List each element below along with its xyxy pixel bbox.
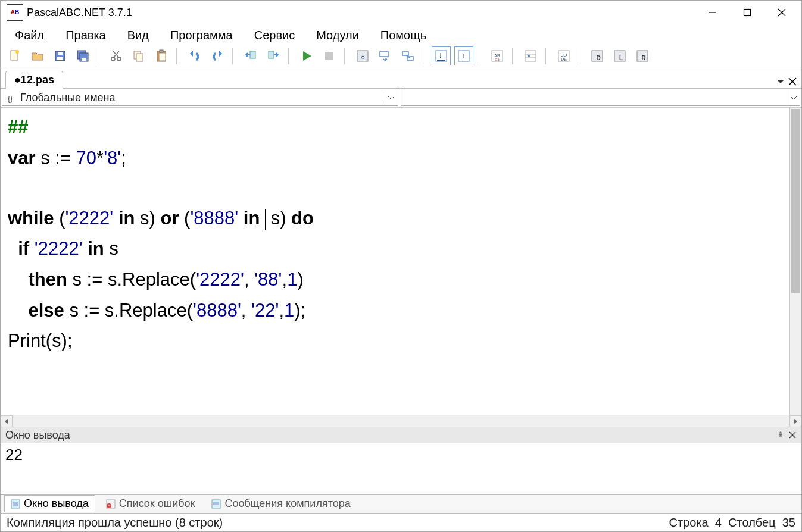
menu-view[interactable]: Вид	[124, 27, 152, 43]
svg-text:R: R	[641, 55, 646, 61]
svg-rect-35	[525, 51, 536, 61]
svg-rect-38	[528, 55, 530, 57]
open-file-button[interactable]	[28, 46, 47, 65]
bottom-tabs: Окно вывода Список ошибок Сообщения комп…	[1, 495, 801, 514]
paste-button[interactable]	[152, 46, 171, 65]
maximize-button[interactable]	[730, 1, 764, 24]
step-over-button[interactable]	[398, 46, 417, 65]
designer-d-button[interactable]: D	[588, 46, 607, 65]
minimize-button[interactable]	[695, 1, 730, 24]
cursor-position: Строка 4 Столбец 35	[669, 516, 795, 530]
scroll-left-icon[interactable]	[1, 415, 13, 427]
designer-l-button[interactable]: L	[610, 46, 629, 65]
app-icon: AB	[7, 4, 23, 21]
tab-compiler-messages[interactable]: Сообщения компилятора	[205, 496, 356, 512]
toggle-panel-2-button[interactable]: I	[454, 46, 473, 65]
svg-rect-8	[58, 52, 63, 55]
menu-bar: Файл Правка Вид Программа Сервис Модули …	[1, 24, 801, 43]
scope-dropdown[interactable]: {} Глобальные имена	[2, 90, 398, 106]
menu-file[interactable]: Файл	[11, 27, 48, 43]
svg-rect-1	[744, 10, 751, 16]
close-panel-icon[interactable]	[788, 431, 797, 439]
tab-menu-icon[interactable]	[776, 77, 785, 86]
new-file-button[interactable]	[5, 46, 24, 65]
toggle-panel-1-button[interactable]	[432, 46, 451, 65]
save-all-button[interactable]	[73, 46, 92, 65]
format-code-button[interactable]: ABC‡	[488, 46, 507, 65]
tab-output[interactable]: Окно вывода	[4, 495, 95, 512]
code-editor[interactable]: ## var s := 70*'8'; while ('2222' in s) …	[1, 108, 801, 415]
file-tab-strip: ●12.pas	[1, 68, 801, 89]
menu-help[interactable]: Помощь	[377, 27, 430, 43]
svg-text:C‡: C‡	[495, 58, 500, 61]
code-view-button[interactable]: CODE	[554, 46, 573, 65]
copy-button[interactable]	[129, 46, 148, 65]
error-list-icon	[106, 499, 116, 509]
editor-wrap: ## var s := 70*'8'; while ('2222' in s) …	[1, 108, 801, 427]
redo-button[interactable]	[208, 46, 227, 65]
vertical-scrollbar[interactable]	[789, 108, 801, 415]
chevron-down-icon[interactable]	[787, 90, 800, 105]
output-title: Окно вывода	[5, 429, 70, 442]
svg-text:{}: {}	[8, 94, 13, 103]
pin-icon[interactable]	[776, 431, 785, 439]
svg-text:D: D	[596, 55, 600, 61]
svg-text:CO: CO	[561, 53, 567, 57]
svg-rect-17	[136, 54, 143, 61]
svg-rect-23	[325, 52, 333, 60]
member-dropdown[interactable]	[401, 90, 800, 106]
svg-text:I: I	[463, 52, 464, 60]
svg-rect-26	[380, 52, 388, 57]
nav-row: {} Глобальные имена	[1, 89, 801, 108]
svg-text:⚙: ⚙	[361, 55, 365, 60]
designer-r-button[interactable]: R	[633, 46, 652, 65]
svg-point-5	[15, 50, 19, 54]
svg-text:L: L	[619, 55, 623, 61]
output-panel[interactable]: 22	[1, 443, 801, 495]
menu-program[interactable]: Программа	[167, 27, 236, 43]
horizontal-scrollbar[interactable]	[1, 415, 801, 427]
svg-text:AB: AB	[494, 54, 500, 58]
svg-rect-22	[269, 51, 274, 58]
braces-icon: {}	[2, 93, 18, 104]
run-button[interactable]	[297, 46, 316, 65]
status-bar: Компиляция прошла успешно (8 строк) Стро…	[1, 514, 801, 531]
chevron-down-icon[interactable]	[385, 95, 398, 102]
svg-rect-7	[57, 57, 63, 60]
compile-button[interactable]: ⚙	[353, 46, 372, 65]
panel-layout-button[interactable]	[521, 46, 540, 65]
stop-button[interactable]	[320, 46, 339, 65]
undo-button[interactable]	[185, 46, 204, 65]
list-icon	[11, 499, 20, 509]
status-message: Компиляция прошла успешно (8 строк)	[7, 516, 223, 530]
svg-rect-21	[250, 51, 255, 58]
nav-back-button[interactable]	[241, 46, 260, 65]
messages-icon	[211, 499, 221, 509]
tab-errors[interactable]: Список ошибок	[100, 496, 201, 512]
toolbar: ⚙ I ABC‡ CODE D L R	[1, 43, 801, 68]
nav-forward-button[interactable]	[264, 46, 283, 65]
window-title: PascalABC.NET 3.7.1	[27, 7, 132, 19]
scroll-right-icon[interactable]	[789, 415, 801, 427]
title-bar: AB PascalABC.NET 3.7.1	[1, 1, 801, 24]
close-window-button[interactable]	[764, 1, 799, 24]
svg-rect-20	[160, 50, 163, 52]
cut-button[interactable]	[107, 46, 126, 65]
tab-close-icon[interactable]	[788, 77, 797, 86]
output-header: Окно вывода	[1, 427, 801, 443]
menu-edit[interactable]: Правка	[62, 27, 110, 43]
menu-modules[interactable]: Модули	[313, 27, 363, 43]
svg-rect-27	[402, 52, 408, 55]
svg-rect-11	[82, 58, 86, 61]
scope-label: Глобальные имена	[18, 92, 385, 104]
svg-text:DE: DE	[561, 57, 567, 61]
svg-rect-19	[159, 53, 166, 61]
output-text: 22	[5, 446, 23, 464]
step-into-button[interactable]	[376, 46, 395, 65]
file-tab[interactable]: ●12.pas	[5, 71, 63, 89]
save-button[interactable]	[51, 46, 70, 65]
menu-service[interactable]: Сервис	[251, 27, 299, 43]
